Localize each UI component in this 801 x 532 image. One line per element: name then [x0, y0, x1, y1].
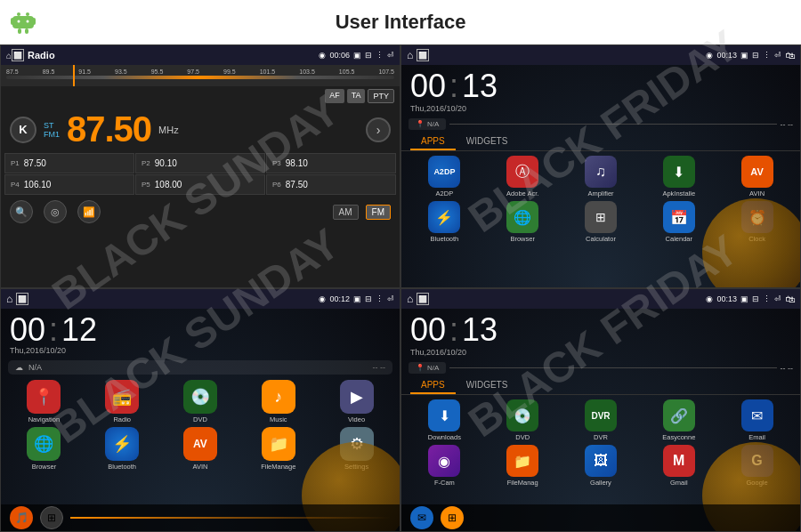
menu-icon-3[interactable]: ⋮	[376, 294, 384, 303]
svg-point-0	[17, 12, 20, 16]
app-easyconn[interactable]: 🔗 Easyconne	[641, 399, 716, 441]
dock-grid-icon[interactable]: ⊞	[441, 506, 464, 529]
am-button[interactable]: AM	[333, 205, 359, 220]
apps-row-1: A2DP A2DP Ⓐ Adobe Acr. ♫ Amplifier ⬇ Apk…	[401, 154, 800, 199]
home-app-filemanager[interactable]: 📁 FileManage	[240, 427, 316, 471]
app-downloads[interactable]: ⬇ Downloads	[407, 399, 482, 441]
preset-p1[interactable]: P1 87.50	[4, 153, 134, 173]
dock-radio-icon[interactable]: 🎵	[10, 506, 33, 529]
home-app-video[interactable]: ▶ Video	[319, 380, 394, 423]
gps-icon-2: ◉	[706, 51, 713, 60]
svg-rect-6	[25, 28, 28, 34]
app-dvd-2[interactable]: 💿 DVD	[485, 399, 561, 441]
home-icon-3[interactable]: ⌂	[6, 293, 12, 305]
apps2-min: 13	[462, 314, 498, 346]
menu-icon-4[interactable]: ⋮	[763, 294, 771, 303]
app-a2dp[interactable]: A2DP A2DP	[407, 156, 482, 197]
preset-p6[interactable]: P6 87.50	[266, 174, 396, 195]
preset-p4[interactable]: P4 106.10	[4, 174, 134, 195]
location-widget: 📍 N/A	[409, 118, 446, 130]
dvr-label: DVR	[594, 433, 608, 441]
app-dvr[interactable]: DVR DVR	[563, 399, 639, 441]
home-app-avin[interactable]: AV AVIN	[163, 427, 239, 471]
pty-button[interactable]: PTY	[368, 89, 394, 103]
app-apkinstaller[interactable]: ⬇ ApkInstalle	[641, 156, 716, 197]
search-icon-btn[interactable]: 🔍	[10, 200, 33, 223]
tab-apps[interactable]: APPS	[410, 133, 456, 150]
app-filemanag[interactable]: 📁 FileManag	[485, 445, 561, 487]
dvd-icon: 💿	[183, 380, 217, 414]
apps-min: 13	[462, 70, 498, 102]
back-icon-4[interactable]: ⏎	[774, 294, 781, 303]
menu-icon-2[interactable]: ⋮	[763, 51, 771, 60]
apkinstaller-icon: ⬇	[663, 156, 695, 188]
app-amplifier[interactable]: ♫ Amplifier	[563, 156, 639, 197]
signal-icon: ⊟	[365, 51, 372, 60]
back-icon-2[interactable]: ⏎	[774, 51, 781, 60]
app-bluetooth[interactable]: ⚡ Bluetooth	[407, 201, 482, 243]
app-fcam[interactable]: ◉ F-Cam	[407, 445, 482, 487]
home-app-dvd[interactable]: 💿 DVD	[163, 380, 239, 423]
home-app-browser[interactable]: 🌐 Browser	[6, 427, 82, 471]
back-icon-3[interactable]: ⏎	[387, 294, 394, 303]
st-label: ST	[44, 121, 60, 130]
home-app-navigation[interactable]: 📍 Navigation	[6, 380, 82, 423]
home-app-radio[interactable]: 📻 Radio	[85, 380, 160, 423]
home-hour: 00	[10, 314, 45, 346]
home-icon-2[interactable]: ⌂	[407, 49, 413, 61]
preset-p5[interactable]: P5 108.00	[135, 174, 265, 195]
status-right-2: ◉ 00:13 ▣ ⊟ ⋮ ⏎ 🛍	[706, 50, 795, 60]
dock-apps-icon[interactable]: ⊞	[40, 506, 63, 529]
home-icon-4[interactable]: ⌂	[407, 293, 413, 305]
menu-icon[interactable]: ⋮	[376, 51, 384, 60]
k-button[interactable]: K	[10, 117, 36, 143]
gallery-icon: 🖼	[585, 445, 617, 477]
app-calculator[interactable]: ⊞ Calculator	[563, 201, 639, 243]
app-email[interactable]: ✉ Email	[719, 399, 795, 441]
eq-icon-btn[interactable]: ◎	[44, 200, 67, 223]
preset-p2[interactable]: P2 90.10	[135, 153, 265, 173]
downloads-icon: ⬇	[428, 399, 460, 431]
tab-widgets[interactable]: WIDGETS	[456, 133, 519, 150]
back-icon[interactable]: ⏎	[387, 51, 394, 60]
apps-tabs[interactable]: APPS WIDGETS	[401, 133, 800, 151]
apps-tabs-2[interactable]: APPS WIDGETS	[401, 377, 800, 395]
app-browser[interactable]: 🌐 Browser	[485, 201, 561, 243]
home-clock: 00 : 12	[1, 309, 400, 346]
ta-button[interactable]: TA	[347, 89, 366, 103]
widget-divider-2	[449, 367, 776, 368]
filemanag-label: FileManag	[507, 479, 538, 487]
apps2-date: Thu,2016/10/20	[401, 348, 800, 360]
tab-apps-2[interactable]: APPS	[410, 377, 456, 394]
frequency-display: 87.50	[67, 109, 151, 149]
weather-widget: ☁ N/A -- --	[8, 360, 392, 375]
svg-point-8	[27, 20, 29, 23]
gmail-icon: M	[663, 445, 695, 477]
screen-apps-2: ⌂ ⬜ ◉ 00:13 ▣ ⊟ ⋮ ⏎ 🛍 00 : 13	[400, 288, 801, 532]
home-bottom-dock: 🎵 ⊞	[1, 504, 400, 531]
mhz-label: MHz	[158, 125, 179, 135]
tab-widgets-2[interactable]: WIDGETS	[456, 377, 519, 394]
widget-bar: 📍 N/A -- --	[401, 117, 800, 132]
radio-mode-info: ST FM1	[44, 121, 60, 139]
preset-p3[interactable]: P3 98.10	[266, 153, 396, 173]
bluetooth-icon: ⚡	[428, 201, 460, 233]
amplifier-icon: ♫	[585, 156, 617, 188]
app-avin[interactable]: AV AVIN	[719, 156, 795, 197]
bluetooth-label: Bluetooth	[431, 235, 459, 243]
screen-icon-4: ⬜	[417, 293, 429, 305]
next-button[interactable]: ›	[366, 117, 391, 142]
antenna-icon-btn[interactable]: 📶	[77, 200, 101, 223]
app-gallery[interactable]: 🖼 Gallery	[563, 445, 639, 487]
shop-icon[interactable]: 🛍	[785, 50, 795, 60]
svg-rect-2	[12, 16, 34, 28]
app-acrobat[interactable]: Ⓐ Adobe Acr.	[485, 156, 561, 197]
time-display-4: 00:13	[716, 294, 737, 303]
af-button[interactable]: AF	[325, 89, 344, 103]
home-app-bluetooth[interactable]: ⚡ Bluetooth	[85, 427, 160, 471]
fm-button[interactable]: FM	[366, 205, 391, 220]
dock-mail-icon[interactable]: ✉	[410, 506, 433, 529]
home-app-music[interactable]: ♪ Music	[240, 380, 316, 423]
email-icon: ✉	[741, 399, 773, 431]
shop-icon-2[interactable]: 🛍	[785, 294, 795, 304]
